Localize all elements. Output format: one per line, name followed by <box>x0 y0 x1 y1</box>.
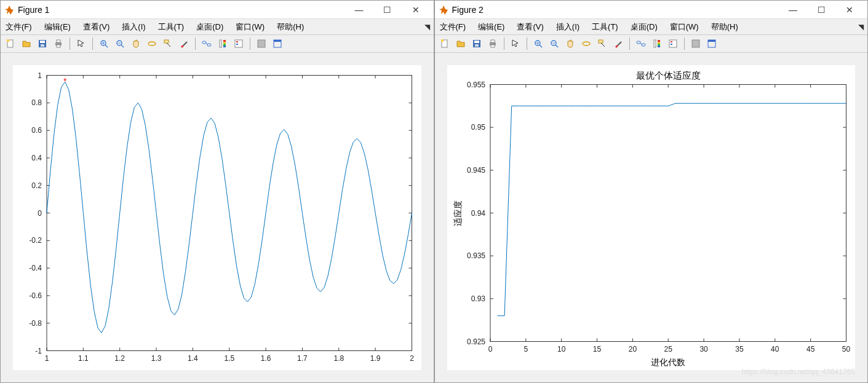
menu-overflow-icon[interactable]: ◥ <box>424 23 430 31</box>
svg-text:0.4: 0.4 <box>31 154 42 162</box>
svg-text:1.6: 1.6 <box>261 354 271 363</box>
svg-text:1: 1 <box>45 354 49 363</box>
legend-icon[interactable] <box>666 36 680 51</box>
data-cursor-icon[interactable] <box>595 36 610 51</box>
rotate3d-icon[interactable] <box>145 36 159 51</box>
svg-text:5: 5 <box>524 345 528 353</box>
data-cursor-icon[interactable] <box>161 36 175 51</box>
minimize-button[interactable]: — <box>779 1 807 19</box>
colorbar-icon[interactable] <box>215 36 230 51</box>
desktop: Figure 1 — ☐ ✕ 文件(F) 编辑(E) 查看(V) 插入(I) 工… <box>0 0 868 383</box>
svg-text:0.95: 0.95 <box>471 123 485 132</box>
svg-rect-4 <box>41 44 44 47</box>
menubar: 文件(F) 编辑(E) 查看(V) 插入(I) 工具(T) 桌面(D) 窗口(W… <box>1 19 434 35</box>
minimize-button[interactable]: — <box>345 1 373 19</box>
svg-text:25: 25 <box>664 345 672 353</box>
svg-text:最优个体适应度: 最优个体适应度 <box>635 70 700 81</box>
figure2-window: Figure 2 — ☐ ✕ 文件(F) 编辑(E) 查看(V) 插入(I) 工… <box>434 0 869 383</box>
close-button[interactable]: ✕ <box>402 1 430 19</box>
menu-tools[interactable]: 工具(T) <box>589 20 621 34</box>
menu-window[interactable]: 窗口(W) <box>667 20 701 34</box>
hide-plot-icon[interactable] <box>688 36 703 51</box>
svg-rect-134 <box>490 85 846 342</box>
menu-view[interactable]: 查看(V) <box>514 20 546 34</box>
svg-rect-6 <box>57 40 60 42</box>
menu-desktop[interactable]: 桌面(D) <box>628 20 660 34</box>
svg-line-9 <box>105 45 108 47</box>
menu-file[interactable]: 文件(F) <box>437 20 469 34</box>
chart-figure1: 11.11.21.31.41.51.61.71.81.92-1-0.8-0.6-… <box>13 65 421 370</box>
axes[interactable]: 11.11.21.31.41.51.61.71.81.92-1-0.8-0.6-… <box>1 53 434 382</box>
svg-text:1.7: 1.7 <box>297 354 308 363</box>
menu-edit[interactable]: 编辑(E) <box>42 20 73 34</box>
svg-text:40: 40 <box>771 345 779 353</box>
pointer-icon[interactable] <box>74 36 89 51</box>
titlebar[interactable]: Figure 2 — ☐ ✕ <box>435 1 868 19</box>
menu-overflow-icon[interactable]: ◥ <box>858 23 864 31</box>
pointer-icon[interactable] <box>508 36 523 51</box>
open-folder-icon[interactable] <box>19 36 34 51</box>
colorbar-icon[interactable] <box>650 36 664 51</box>
menu-insert[interactable]: 插入(I) <box>554 20 582 34</box>
svg-rect-32 <box>274 40 281 42</box>
menu-help[interactable]: 帮助(H) <box>709 20 741 34</box>
pan-hand-icon[interactable] <box>563 36 578 51</box>
svg-text:30: 30 <box>699 345 708 353</box>
svg-text:20: 20 <box>628 345 637 353</box>
axes[interactable]: 051015202530354045500.9250.930.9350.940.… <box>435 53 868 382</box>
brush-icon[interactable] <box>611 36 626 51</box>
svg-line-118 <box>601 43 605 47</box>
link-icon[interactable] <box>199 36 214 51</box>
brush-icon[interactable] <box>177 36 191 51</box>
svg-text:0.93: 0.93 <box>471 294 485 303</box>
svg-rect-125 <box>658 42 660 44</box>
menu-help[interactable]: 帮助(H) <box>274 20 306 34</box>
svg-text:0.935: 0.935 <box>466 251 485 260</box>
dock-icon[interactable] <box>270 36 285 51</box>
save-disk-icon[interactable] <box>35 36 50 51</box>
printer-icon[interactable] <box>51 36 66 51</box>
svg-text:-0.6: -0.6 <box>29 291 42 300</box>
maximize-button[interactable]: ☐ <box>807 1 835 19</box>
toolbar-separator <box>527 38 527 50</box>
toolbar-separator <box>504 38 504 50</box>
link-icon[interactable] <box>634 36 648 51</box>
new-file-icon[interactable] <box>437 36 452 51</box>
svg-rect-127 <box>658 45 660 47</box>
svg-text:1.9: 1.9 <box>370 354 381 363</box>
save-disk-icon[interactable] <box>469 36 484 51</box>
svg-text:1: 1 <box>38 71 42 80</box>
printer-icon[interactable] <box>485 36 500 51</box>
dock-icon[interactable] <box>704 36 719 51</box>
maximize-button[interactable]: ☐ <box>373 1 402 19</box>
new-file-icon[interactable] <box>3 36 18 51</box>
hide-plot-icon[interactable] <box>254 36 269 51</box>
svg-text:35: 35 <box>735 345 744 353</box>
open-folder-icon[interactable] <box>453 36 468 51</box>
menu-desktop[interactable]: 桌面(D) <box>194 20 226 34</box>
zoom-in-icon[interactable] <box>97 36 111 51</box>
rotate3d-icon[interactable] <box>579 36 594 51</box>
menu-edit[interactable]: 编辑(E) <box>476 20 507 34</box>
svg-text:适应度: 适应度 <box>453 200 463 226</box>
menu-file[interactable]: 文件(F) <box>3 20 34 34</box>
menu-insert[interactable]: 插入(I) <box>119 20 148 34</box>
toolbar-separator <box>195 38 196 50</box>
svg-rect-129 <box>671 41 672 42</box>
menu-tools[interactable]: 工具(T) <box>156 20 187 34</box>
svg-rect-117 <box>599 40 603 43</box>
close-button[interactable]: ✕ <box>835 1 864 19</box>
toolbar-separator <box>70 38 70 50</box>
legend-icon[interactable] <box>231 36 246 51</box>
zoom-out-icon[interactable] <box>547 36 562 51</box>
zoom-out-icon[interactable] <box>113 36 127 51</box>
zoom-in-icon[interactable] <box>531 36 546 51</box>
pan-hand-icon[interactable] <box>129 36 143 51</box>
svg-rect-104 <box>474 41 479 43</box>
svg-rect-107 <box>491 40 495 42</box>
toolbar <box>1 35 434 53</box>
titlebar[interactable]: Figure 1 — ☐ ✕ <box>1 1 434 19</box>
svg-text:-0.2: -0.2 <box>29 236 42 245</box>
menu-window[interactable]: 窗口(W) <box>233 20 267 34</box>
menu-view[interactable]: 查看(V) <box>81 20 112 34</box>
